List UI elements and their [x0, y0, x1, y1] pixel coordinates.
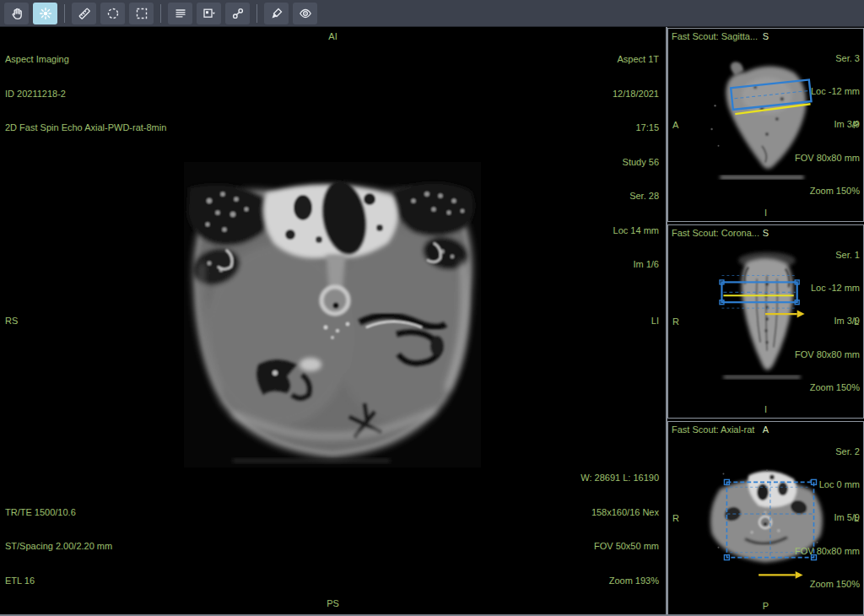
fov-zoom-info: FOV 80x80 mm Zoom 150% — [795, 327, 860, 415]
loc-label: Loc 14 mm — [613, 225, 659, 237]
scanner-label: Aspect 1T — [613, 54, 659, 66]
im-label: Im 3/9 — [811, 316, 860, 327]
layout-dropdown-icon — [202, 7, 216, 20]
ruler-icon — [78, 7, 91, 20]
hand-icon — [10, 7, 24, 20]
annotations-button[interactable] — [168, 3, 192, 24]
orientation-marker-top: AI — [328, 31, 337, 43]
etl-label: ETL 16 — [5, 575, 112, 587]
orientation-marker-left: RS — [5, 316, 18, 327]
toolbar-separator — [64, 4, 65, 23]
scout-panel-coronal[interactable]: Fast Scout: Corona... S Ser. 1 Loc -12 m… — [667, 224, 864, 419]
axial-mri-image — [184, 162, 481, 467]
orientation-marker-right: P — [853, 120, 859, 131]
brush-button[interactable] — [264, 3, 289, 24]
orientation-marker-bottom: P — [763, 601, 769, 612]
fov-label: FOV 80x80 mm — [795, 349, 860, 360]
orientation-marker-bottom: I — [764, 208, 767, 219]
scout-panel-axial[interactable]: Fast Scout: Axial-rat A Ser. 2 Loc 0 mm … — [667, 421, 864, 615]
main-viewport[interactable]: Aspect Imaging ID 20211218-2 2D Fast Spi… — [0, 27, 666, 616]
loc-label: Loc 0 mm — [819, 479, 860, 490]
link-icon — [231, 7, 245, 20]
brush-icon — [270, 7, 284, 20]
rectangle-roi-button[interactable] — [129, 3, 154, 24]
spacing-label: ST/Spacing 2.00/2.20 mm — [5, 541, 112, 553]
study-info-top-left: Aspect Imaging ID 20211218-2 2D Fast Spi… — [5, 31, 166, 157]
mri-viewer-window: Aspect Imaging ID 20211218-2 2D Fast Spi… — [0, 0, 864, 616]
orientation-marker-top: S — [763, 31, 769, 42]
matrix-label: 158x160/16 Nex — [580, 507, 659, 519]
scout-title: Fast Scout: Axial-rat — [672, 424, 754, 435]
window-level-label: W: 28691 L: 16190 — [580, 473, 659, 484]
zoom-label: Zoom 150% — [795, 579, 860, 590]
zoom-label: Zoom 193% — [580, 575, 659, 587]
zoom-label: Zoom 150% — [795, 186, 860, 197]
im-label: Im 1/6 — [613, 259, 659, 271]
date-label: 12/18/2021 — [613, 89, 659, 100]
text-lines-icon — [174, 7, 187, 20]
series-label: Ser. 2 — [819, 446, 860, 457]
scout-panel-sagittal[interactable]: Fast Scout: Sagitta... S Ser. 3 Loc -12 … — [667, 28, 864, 222]
pan-tool-button[interactable] — [4, 3, 29, 24]
loc-label: Loc -12 mm — [811, 283, 860, 294]
fov-label: FOV 80x80 mm — [795, 153, 860, 164]
orientation-marker-left: R — [672, 513, 679, 524]
orientation-marker-right: L — [854, 513, 859, 524]
ellipse-roi-button[interactable] — [100, 3, 125, 24]
trte-label: TR/TE 1500/10.6 — [5, 507, 112, 519]
series-label: Ser. 3 — [811, 53, 860, 64]
study-info-top-right: Aspect 1T 12/18/2021 17:15 Study 56 Ser.… — [613, 31, 659, 294]
scout-title: Fast Scout: Corona... — [672, 228, 759, 239]
orientation-marker-top: A — [763, 424, 769, 435]
toolbar — [0, 0, 864, 27]
orientation-marker-right: L — [854, 316, 859, 327]
toolbar-separator — [160, 4, 161, 23]
fov-label: FOV 50x50 mm — [580, 541, 659, 553]
orientation-marker-top: S — [763, 228, 769, 239]
vendor-label: Aspect Imaging — [5, 54, 166, 66]
series-label: Ser. 1 — [811, 250, 860, 261]
toolbar-separator — [256, 4, 257, 23]
measure-ruler-button[interactable] — [72, 3, 96, 24]
orientation-marker-right: LI — [651, 316, 659, 327]
ellipse-roi-icon — [106, 7, 120, 20]
display-info-bottom-right: W: 28691 L: 16190 158x160/16 Nex FOV 50x… — [580, 450, 659, 609]
rectangle-roi-icon — [135, 7, 148, 20]
orientation-marker-left: R — [672, 316, 679, 327]
brightness-icon — [39, 7, 52, 20]
scout-title: Fast Scout: Sagitta... — [672, 31, 758, 42]
patient-id-label: ID 20211218-2 — [5, 89, 166, 100]
layout-button[interactable] — [197, 3, 221, 24]
orientation-marker-left: A — [672, 120, 678, 131]
fov-zoom-info: FOV 80x80 mm Zoom 150% — [795, 131, 860, 219]
visibility-button[interactable] — [293, 3, 317, 24]
fov-label: FOV 80x80 mm — [795, 546, 860, 557]
link-series-button[interactable] — [225, 3, 250, 24]
zoom-label: Zoom 150% — [795, 382, 860, 393]
time-label: 17:15 — [613, 122, 659, 134]
orientation-marker-bottom: I — [764, 404, 767, 415]
orientation-marker-bottom: PS — [327, 598, 339, 610]
eye-icon — [299, 7, 312, 20]
loc-label: Loc -12 mm — [811, 86, 860, 97]
sequence-label: 2D Fast Spin Echo Axial-PWD-rat-8min — [5, 122, 166, 134]
series-label: Ser. 28 — [613, 191, 659, 203]
acquisition-info-bottom-left: TR/TE 1500/10.6 ST/Spacing 2.00/2.20 mm … — [5, 484, 112, 610]
study-label: Study 56 — [613, 157, 659, 169]
fov-zoom-info: FOV 80x80 mm Zoom 150% — [795, 524, 860, 612]
window-level-button[interactable] — [33, 3, 57, 24]
